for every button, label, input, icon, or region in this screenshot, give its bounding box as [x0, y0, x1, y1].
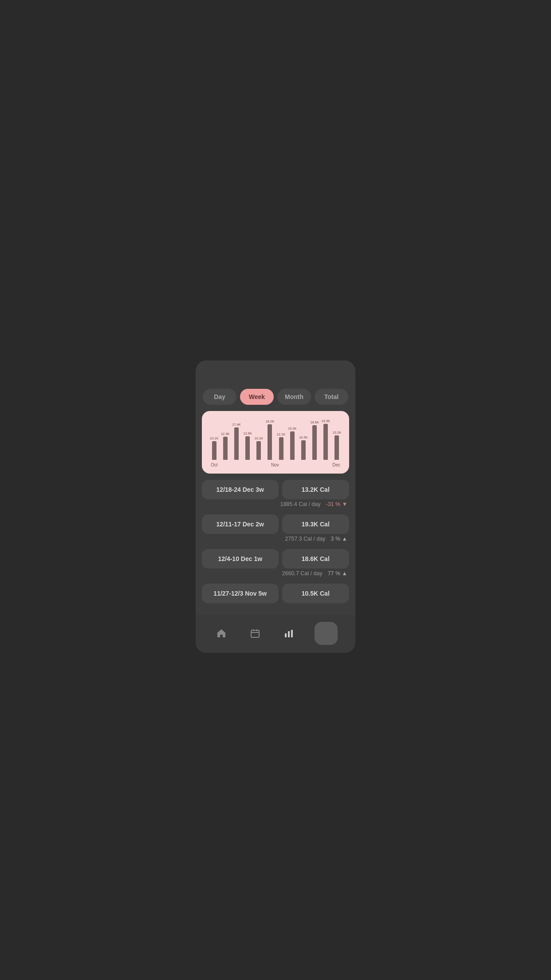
week-cal-per-day: 1885.4 Cal / day — [280, 501, 320, 507]
bar-rect — [234, 427, 239, 460]
settings-button[interactable] — [332, 368, 346, 383]
week-item: 12/18-24 Dec 3w13.2K Cal1885.4 Cal / day… — [202, 480, 349, 511]
main-card: Day Week Month Total 10.1K12.3K17.4K12.6… — [196, 360, 355, 653]
week-change: 3 % ▲ — [331, 536, 347, 542]
bar-rect — [312, 425, 317, 460]
bar-column: 10.1K — [209, 436, 219, 460]
bar-rect — [335, 435, 339, 460]
week-date-button[interactable]: 12/18-24 Dec 3w — [202, 480, 279, 499]
bar-value-label: 19.3K — [322, 419, 331, 423]
bar-value-label: 10.1K — [210, 436, 219, 440]
bar-column: 13.2K — [332, 431, 342, 460]
svg-rect-5 — [288, 631, 290, 637]
week-meta: 2757.3 Cal / day3 % ▲ — [202, 536, 349, 545]
tab-week[interactable]: Week — [240, 389, 274, 405]
svg-rect-4 — [285, 633, 287, 637]
x-label-oct: Oct — [211, 462, 218, 467]
week-item: 11/27-12/3 Nov 5w10.5K Cal — [202, 584, 349, 605]
bar-value-label: 17.4K — [232, 423, 241, 427]
week-meta: 1885.4 Cal / day-31 % ▼ — [202, 501, 349, 511]
bar-column: 10.1K — [254, 436, 264, 460]
x-label-nov: Nov — [271, 462, 279, 467]
bar-column: 19.2K — [265, 419, 275, 460]
bar-rect — [256, 441, 261, 460]
bar-rect — [212, 441, 216, 460]
x-label-dec: Dec — [332, 462, 340, 467]
week-item: 12/11-17 Dec 2w19.3K Cal2757.3 Cal / day… — [202, 514, 349, 545]
bar-column: 19.3K — [321, 419, 331, 460]
back-button[interactable] — [205, 368, 219, 383]
svg-rect-0 — [251, 630, 259, 637]
chart-bars: 10.1K12.3K17.4K12.6K10.1K19.2K12.1K15.2K… — [209, 420, 342, 460]
bar-rect — [301, 440, 306, 460]
bar-value-label: 13.2K — [333, 431, 342, 435]
svg-rect-6 — [291, 630, 293, 637]
bar-column: 10.5K — [298, 435, 308, 460]
bar-value-label: 12.1K — [277, 432, 286, 436]
nav-chart-button[interactable] — [281, 625, 297, 641]
bar-rect — [245, 436, 250, 460]
bar-column: 18.6K — [310, 420, 320, 460]
bar-value-label: 10.5K — [299, 435, 308, 439]
bar-value-label: 18.6K — [310, 420, 319, 424]
week-item: 12/4-10 Dec 1w18.6K Cal2660.7 Cal / day7… — [202, 549, 349, 580]
week-cal-per-day: 2757.3 Cal / day — [285, 536, 326, 542]
week-change: 77 % ▲ — [328, 570, 347, 577]
bottom-nav — [196, 615, 355, 653]
week-change: -31 % ▼ — [326, 501, 348, 507]
week-calories-button[interactable]: 18.6K Cal — [282, 549, 349, 569]
week-calories-button[interactable]: 13.2K Cal — [282, 480, 349, 499]
bar-column: 12.6K — [243, 431, 253, 460]
bar-value-label: 19.2K — [266, 419, 275, 423]
bar-rect — [323, 424, 328, 460]
tab-month[interactable]: Month — [277, 389, 311, 405]
week-date-button[interactable]: 12/11-17 Dec 2w — [202, 514, 279, 534]
bar-rect — [268, 424, 272, 460]
bar-value-label: 12.6K — [243, 431, 252, 435]
bar-value-label: 12.3K — [221, 432, 230, 436]
chart-area: 10.1K12.3K17.4K12.6K10.1K19.2K12.1K15.2K… — [202, 411, 349, 474]
nav-calendar-button[interactable] — [247, 625, 263, 641]
week-calories-button[interactable]: 19.3K Cal — [282, 514, 349, 534]
week-list: 12/18-24 Dec 3w13.2K Cal1885.4 Cal / day… — [196, 480, 355, 615]
week-row: 11/27-12/3 Nov 5w10.5K Cal — [202, 584, 349, 603]
bar-column: 12.1K — [276, 432, 286, 460]
week-row: 12/4-10 Dec 1w18.6K Cal — [202, 549, 349, 569]
bar-column: 17.4K — [231, 423, 241, 460]
tab-total[interactable]: Total — [315, 389, 348, 405]
week-calories-button[interactable]: 10.5K Cal — [282, 584, 349, 603]
bar-rect — [279, 437, 283, 460]
week-row: 12/18-24 Dec 3w13.2K Cal — [202, 480, 349, 499]
bar-column: 12.3K — [220, 432, 230, 460]
tab-bar: Day Week Month Total — [196, 389, 355, 411]
bar-value-label: 15.2K — [288, 427, 297, 431]
nav-add-button[interactable] — [315, 622, 338, 645]
screen: Day Week Month Total 10.1K12.3K17.4K12.6… — [184, 327, 367, 653]
bar-rect — [223, 437, 228, 460]
week-row: 12/11-17 Dec 2w19.3K Cal — [202, 514, 349, 534]
nav-home-button[interactable] — [213, 625, 229, 641]
card-header — [196, 360, 355, 389]
week-date-button[interactable]: 11/27-12/3 Nov 5w — [202, 584, 279, 603]
week-date-button[interactable]: 12/4-10 Dec 1w — [202, 549, 279, 569]
week-meta: 2660.7 Cal / day77 % ▲ — [202, 570, 349, 580]
bar-value-label: 10.1K — [254, 436, 263, 440]
chart-x-labels: Oct Nov Dec — [209, 460, 342, 467]
week-cal-per-day: 2660.7 Cal / day — [282, 570, 323, 577]
bar-rect — [290, 431, 295, 460]
tab-day[interactable]: Day — [203, 389, 236, 405]
bar-column: 15.2K — [287, 427, 297, 460]
